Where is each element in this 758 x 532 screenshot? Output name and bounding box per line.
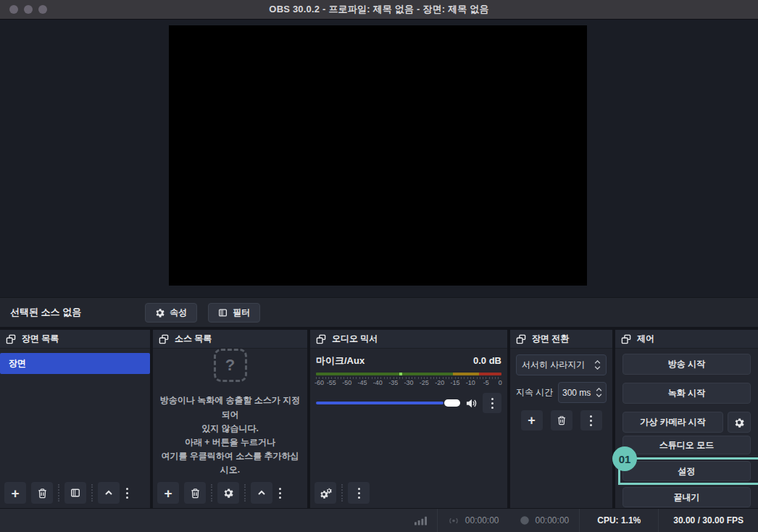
volume-slider-track [316, 402, 443, 404]
remove-scene-button[interactable] [31, 482, 53, 504]
popout-icon [516, 334, 526, 344]
meter-green-zone [316, 373, 453, 375]
status-bar: 00:00:00 00:00:00 CPU: 1.1% 30.00 / 30.0… [0, 508, 758, 532]
settings-annotation-wrap: 설정 01 [622, 461, 751, 481]
transitions-body: 서서히 사라지기 지속 시간 300 ms [510, 349, 612, 508]
studio-mode-button[interactable]: 스튜디오 모드 [622, 436, 751, 454]
bitrate-status [404, 509, 437, 532]
toolbar-separator [244, 484, 246, 502]
scene-list-item[interactable]: 장면 [0, 353, 150, 374]
plus-icon: + [164, 486, 172, 500]
kebab-menu-icon [491, 398, 493, 409]
add-source-button[interactable]: + [157, 482, 179, 504]
signal-bars-icon [415, 515, 427, 525]
transition-properties-button[interactable] [580, 410, 602, 431]
volume-slider-handle[interactable] [444, 399, 460, 407]
remove-source-button[interactable] [184, 482, 206, 504]
sources-empty-state: ? 방송이나 녹화에 송출할 소스가 지정되어 있지 않습니다. 아래 + 버튼… [153, 349, 307, 478]
exit-button[interactable]: 끝내기 [622, 487, 751, 507]
mixer-menu-button[interactable] [348, 482, 370, 504]
filter-icon [70, 488, 80, 498]
audio-level-db: 0.0 dB [473, 355, 501, 366]
toolbar-separator [91, 484, 93, 502]
sources-dock: 소스 목록 ? 방송이나 녹화에 송출할 소스가 지정되어 있지 않습니다. 아… [153, 330, 307, 508]
popout-icon [316, 334, 326, 344]
controls-body: 방송 시작 녹화 시작 가상 카메라 시작 스튜디오 모드 설정 01 [615, 349, 758, 508]
controls-dock: 제어 방송 시작 녹화 시작 가상 카메라 시작 스튜디오 모드 설정 [615, 330, 758, 508]
docks: 장면 목록 장면 + [0, 327, 758, 508]
kebab-menu-icon[interactable] [279, 488, 281, 499]
filter-icon [218, 308, 228, 317]
program-canvas[interactable] [169, 25, 587, 286]
transition-select[interactable]: 서서히 사라지기 [516, 354, 607, 375]
preview-area [0, 20, 758, 297]
virtual-camera-settings-button[interactable] [728, 412, 751, 433]
cpu-usage-value: CPU: 1.1% [597, 515, 641, 525]
advanced-audio-button[interactable] [315, 482, 336, 504]
popout-icon [621, 334, 631, 344]
channel-options-button[interactable] [483, 393, 501, 413]
audio-mixer-dock: 오디오 믹서 마이크/Aux 0.0 dB -60 -55 -50 -45 [310, 330, 507, 508]
trash-icon [190, 488, 201, 499]
move-scene-up-button[interactable] [98, 482, 120, 504]
kebab-menu-icon[interactable] [126, 488, 128, 499]
select-arrows-icon [594, 360, 601, 370]
spinner-arrows-icon[interactable] [594, 388, 606, 397]
window-controls [9, 0, 47, 19]
speaker-icon[interactable] [465, 398, 478, 409]
remove-transition-button[interactable] [551, 410, 572, 431]
minimize-window-icon[interactable] [24, 5, 33, 14]
gear-icon [734, 417, 744, 428]
sources-dock-header[interactable]: 소스 목록 [153, 330, 307, 349]
sources-empty-text: 방송이나 녹화에 송출할 소스가 지정되어 있지 않습니다. 아래 + 버튼을 … [157, 394, 303, 477]
add-scene-button[interactable]: + [4, 482, 26, 504]
plus-icon: + [11, 486, 19, 500]
stream-time-value: 00:00:00 [465, 515, 499, 525]
duration-value: 300 ms [559, 388, 594, 398]
filters-button-label: 필터 [233, 307, 250, 319]
record-icon [520, 515, 530, 525]
fps-value: 30.00 / 30.00 FPS [673, 515, 744, 525]
virtual-camera-row: 가상 카메라 시작 [622, 412, 751, 433]
start-streaming-button[interactable]: 방송 시작 [622, 354, 751, 375]
scene-list: 장면 [0, 349, 150, 478]
source-properties-button[interactable] [217, 482, 239, 504]
cpu-usage: CPU: 1.1% [580, 509, 658, 532]
move-source-up-button[interactable] [251, 482, 272, 504]
kebab-menu-icon [590, 415, 592, 426]
context-buttons: 속성 필터 [145, 303, 260, 323]
toolbar-separator [58, 484, 59, 502]
chevron-up-icon [257, 488, 267, 498]
mixer-toolbar [310, 478, 507, 508]
scene-filters-button[interactable] [64, 482, 86, 504]
obs-window: OBS 30.0.2 - 프로파일: 제목 없음 - 장면: 제목 없음 선택된… [0, 0, 758, 532]
gear-icon [155, 308, 164, 317]
controls-dock-header[interactable]: 제어 [615, 330, 758, 349]
plus-icon: + [528, 414, 536, 427]
duration-spinbox[interactable]: 300 ms [558, 382, 607, 403]
gear-icon [223, 488, 233, 498]
volume-slider[interactable] [316, 399, 460, 407]
meter-yellow-zone [453, 373, 479, 375]
start-virtual-camera-button[interactable]: 가상 카메라 시작 [622, 412, 723, 433]
transitions-dock-title: 장면 전환 [532, 333, 569, 345]
source-list[interactable]: ? 방송이나 녹화에 송출할 소스가 지정되어 있지 않습니다. 아래 + 버튼… [153, 349, 307, 478]
scenes-dock-header[interactable]: 장면 목록 [0, 330, 150, 349]
scenes-toolbar: + [0, 478, 150, 508]
meter-scale: -60 -55 -50 -45 -40 -35 -30 -25 -20 -15 … [316, 377, 501, 386]
source-context-toolbar: 선택된 소스 없음 속성 필터 [0, 297, 758, 327]
sources-dock-title: 소스 목록 [175, 333, 212, 345]
settings-button[interactable]: 설정 [622, 461, 751, 481]
add-transition-button[interactable]: + [521, 410, 543, 431]
meter-red-zone [479, 373, 501, 375]
start-recording-button[interactable]: 녹화 시작 [622, 383, 751, 404]
broadcast-icon [448, 516, 459, 525]
close-window-icon[interactable] [9, 5, 18, 14]
properties-button[interactable]: 속성 [145, 303, 197, 323]
zoom-window-icon[interactable] [38, 5, 47, 14]
properties-button-label: 속성 [170, 307, 187, 319]
toolbar-separator [341, 484, 343, 502]
filters-button[interactable]: 필터 [208, 303, 260, 323]
mixer-dock-header[interactable]: 오디오 믹서 [310, 330, 507, 349]
transitions-dock-header[interactable]: 장면 전환 [510, 330, 612, 349]
